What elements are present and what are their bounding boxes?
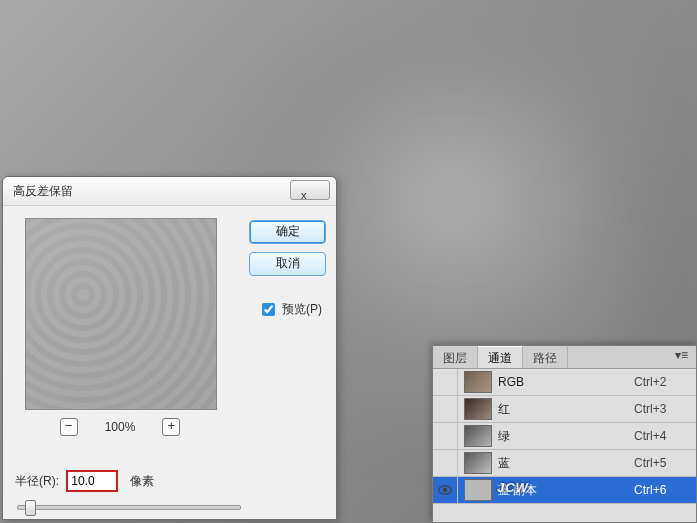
svg-point-1 (443, 488, 447, 492)
ok-button[interactable]: 确定 (249, 220, 326, 244)
dialog-title: 高反差保留 (13, 183, 73, 200)
visibility-toggle[interactable] (433, 423, 458, 449)
radius-input[interactable] (66, 470, 118, 492)
zoom-controls: − 100% + (25, 418, 215, 436)
radius-slider[interactable] (17, 500, 241, 514)
channel-row[interactable]: RGBCtrl+2 (433, 369, 696, 396)
channel-row[interactable]: 蓝Ctrl+5 (433, 450, 696, 477)
visibility-toggle[interactable] (433, 396, 458, 422)
panel-tabs: 图层 通道 路径 ▾≡ (433, 346, 696, 369)
channel-row[interactable]: 蓝 副本Ctrl+6JCW (433, 477, 696, 504)
tab-channels[interactable]: 通道 (478, 346, 523, 368)
preview-checkbox-text: 预览(P) (282, 302, 322, 316)
channel-shortcut: Ctrl+3 (634, 402, 696, 416)
channel-row[interactable]: 绿Ctrl+4 (433, 423, 696, 450)
channel-name: 红 (498, 401, 634, 418)
channel-thumbnail (464, 425, 492, 447)
channel-thumbnail (464, 371, 492, 393)
dialog-titlebar[interactable]: 高反差保留 x (3, 177, 336, 206)
close-icon: x (301, 187, 307, 203)
channels-panel: 图层 通道 路径 ▾≡ RGBCtrl+2红Ctrl+3绿Ctrl+4蓝Ctrl… (432, 345, 697, 523)
panel-menu-button[interactable]: ▾≡ (667, 346, 696, 368)
watermark-overlay: JCW (497, 480, 529, 495)
filter-preview-image (26, 219, 216, 409)
visibility-toggle[interactable] (433, 477, 458, 503)
visibility-toggle[interactable] (433, 450, 458, 476)
zoom-in-button[interactable]: + (162, 418, 180, 436)
channel-name: 蓝 (498, 455, 634, 472)
zoom-out-button[interactable]: − (60, 418, 78, 436)
filter-preview[interactable] (25, 218, 217, 410)
channel-thumbnail (464, 479, 492, 501)
channel-shortcut: Ctrl+6 (634, 483, 696, 497)
radius-label: 半径(R): (15, 474, 59, 488)
channel-name: RGB (498, 375, 634, 389)
tab-paths[interactable]: 路径 (523, 346, 568, 368)
radius-row: 半径(R): 像素 (15, 470, 154, 492)
channel-name: 绿 (498, 428, 634, 445)
channel-shortcut: Ctrl+2 (634, 375, 696, 389)
zoom-value: 100% (95, 420, 145, 434)
eye-icon (438, 485, 452, 495)
tab-layers[interactable]: 图层 (433, 346, 478, 368)
preview-checkbox[interactable] (262, 303, 275, 316)
channel-shortcut: Ctrl+5 (634, 456, 696, 470)
channel-thumbnail (464, 452, 492, 474)
slider-thumb[interactable] (25, 500, 36, 516)
close-button[interactable]: x (290, 180, 330, 200)
visibility-toggle[interactable] (433, 369, 458, 395)
high-pass-dialog: 高反差保留 x − 100% + 半径(R): 像素 (2, 176, 337, 520)
channel-shortcut: Ctrl+4 (634, 429, 696, 443)
radius-unit: 像素 (130, 474, 154, 488)
channel-row[interactable]: 红Ctrl+3 (433, 396, 696, 423)
slider-track (17, 505, 241, 510)
channel-thumbnail (464, 398, 492, 420)
channel-list: RGBCtrl+2红Ctrl+3绿Ctrl+4蓝Ctrl+5蓝 副本Ctrl+6… (433, 369, 696, 522)
cancel-button[interactable]: 取消 (249, 252, 326, 276)
preview-checkbox-label[interactable]: 预览(P) (258, 300, 322, 319)
